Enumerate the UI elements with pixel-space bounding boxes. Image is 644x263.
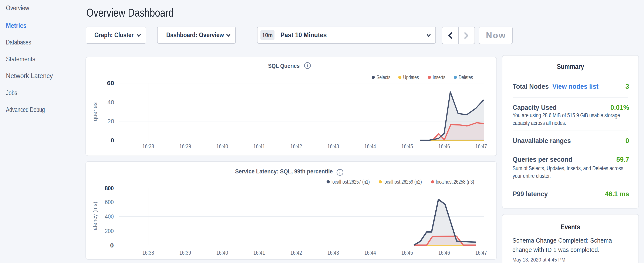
svg-text:16:40: 16:40 — [216, 249, 228, 256]
svg-text:16:47: 16:47 — [476, 143, 487, 150]
svg-text:16:47: 16:47 — [476, 249, 487, 256]
svg-text:60: 60 — [107, 80, 114, 86]
svg-text:latency (ms): latency (ms) — [92, 202, 98, 231]
svg-text:16:39: 16:39 — [180, 249, 191, 256]
svg-text:16:45: 16:45 — [402, 143, 413, 150]
svg-text:16:42: 16:42 — [290, 249, 302, 256]
svg-text:16:41: 16:41 — [254, 143, 265, 150]
svg-text:200: 200 — [105, 228, 114, 234]
svg-text:16:45: 16:45 — [402, 249, 413, 256]
svg-text:600: 600 — [105, 199, 114, 205]
svg-text:16:43: 16:43 — [328, 249, 339, 256]
svg-text:16:40: 16:40 — [216, 143, 228, 150]
svg-text:16:39: 16:39 — [180, 143, 191, 150]
svg-text:16:44: 16:44 — [364, 143, 376, 150]
svg-text:16:44: 16:44 — [364, 249, 376, 256]
svg-text:16:38: 16:38 — [142, 143, 154, 150]
svg-text:16:43: 16:43 — [328, 143, 339, 150]
svg-text:800: 800 — [105, 185, 114, 191]
svg-text:16:41: 16:41 — [254, 249, 265, 256]
svg-text:16:42: 16:42 — [290, 143, 302, 150]
svg-text:20: 20 — [107, 118, 114, 124]
svg-text:16:38: 16:38 — [142, 249, 154, 256]
svg-text:16:46: 16:46 — [438, 249, 450, 256]
svg-text:16:46: 16:46 — [438, 143, 450, 150]
svg-text:0: 0 — [110, 137, 114, 144]
svg-text:400: 400 — [105, 213, 114, 220]
svg-text:0: 0 — [110, 242, 114, 249]
svg-text:queries: queries — [92, 102, 98, 121]
svg-text:40: 40 — [107, 99, 114, 106]
